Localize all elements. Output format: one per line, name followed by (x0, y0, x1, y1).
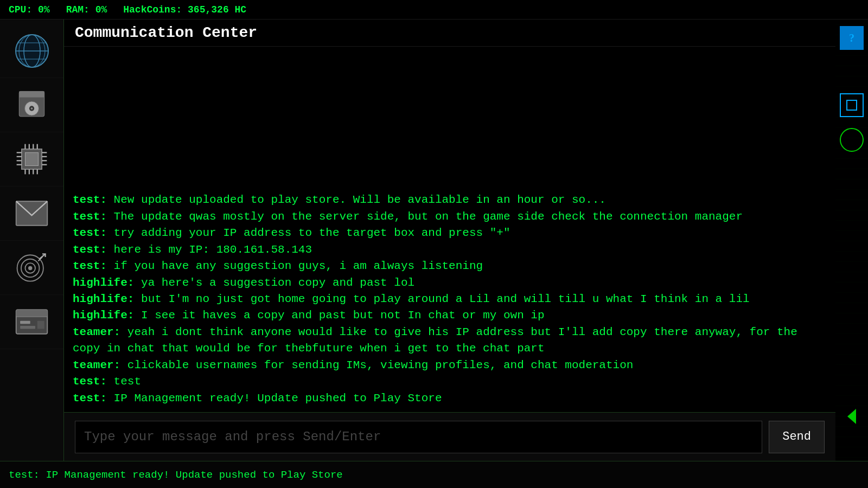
sidebar-item-ticket[interactable] (0, 295, 63, 349)
chat-username[interactable]: test: (73, 210, 107, 223)
send-button[interactable]: Send (769, 421, 825, 453)
chat-message-text: yeah i dont think anyone would like to g… (73, 326, 797, 355)
chat-username[interactable]: teamer: (73, 326, 120, 338)
ram-status: RAM: 0% (66, 4, 107, 15)
chat-line: test: New update uploaded to play store.… (73, 192, 827, 208)
chat-line: test: test (73, 374, 827, 390)
chat-username[interactable]: test: (73, 227, 107, 239)
message-input[interactable] (75, 421, 762, 453)
circle-button[interactable] (840, 128, 864, 152)
svg-marker-43 (847, 409, 856, 424)
bottom-status-text: test: IP Management ready! Update pushed… (9, 469, 343, 481)
sidebar-item-mail[interactable] (0, 187, 63, 241)
chat-line: test: IP Management ready! Update pushed… (73, 390, 827, 407)
chat-username[interactable]: highlife: (73, 293, 134, 305)
chat-message-text: but I'm no just got home going to play a… (134, 293, 749, 305)
sidebar-item-disk[interactable] (0, 78, 63, 132)
chat-message-text: try adding your IP address to the target… (107, 227, 510, 239)
svg-rect-38 (16, 310, 48, 317)
help-button[interactable]: ? (840, 26, 864, 50)
chat-line: test: The update qwas mostly on the serv… (73, 209, 827, 225)
svg-line-35 (39, 254, 45, 259)
chat-username[interactable]: highlife: (73, 277, 134, 289)
chat-line: teamer: clickable usernames for sending … (73, 357, 827, 374)
chat-line: highlife: I see it haves a copy and past… (73, 307, 827, 324)
chat-username[interactable]: test: (73, 194, 107, 206)
chat-username[interactable]: test: (73, 375, 107, 388)
chat-message-text: clickable usernames for sending IMs, vie… (120, 359, 633, 371)
svg-point-11 (31, 107, 33, 110)
chat-line: test: here is my IP: 180.161.58.143 (73, 242, 827, 258)
chat-username[interactable]: test: (73, 392, 107, 404)
chat-username[interactable]: highlife: (73, 309, 134, 322)
chat-messages: test: New update uploaded to play store.… (73, 192, 827, 407)
chat-message-text: New update uploaded to play store. Will … (107, 194, 606, 206)
svg-rect-40 (20, 321, 30, 324)
chat-line: test: if you have any suggestion guys, i… (73, 258, 827, 274)
chat-message-text: IP Management ready! Update pushed to Pl… (107, 392, 442, 404)
sidebar-item-target[interactable] (0, 241, 63, 295)
chat-username[interactable]: test: (73, 260, 107, 272)
chat-message-text: ya here's a suggestion copy and past lol (134, 277, 414, 289)
chat-message-text: The update qwas mostly on the server sid… (107, 210, 743, 223)
svg-rect-42 (37, 321, 44, 329)
chat-area: test: New update uploaded to play store.… (64, 47, 835, 412)
page-title: Communication Center (75, 24, 257, 41)
svg-rect-41 (20, 326, 35, 329)
chat-line: highlife: but I'm no just got home going… (73, 291, 827, 307)
chat-message-text: here is my IP: 180.161.58.143 (107, 243, 312, 256)
chat-username[interactable]: teamer: (73, 359, 120, 371)
main-area: Communication Center test: New update up… (64, 20, 835, 461)
bottom-bar: test: IP Management ready! Update pushed… (0, 461, 868, 488)
chat-message-text: I see it haves a copy and past but not I… (134, 309, 544, 322)
chat-username[interactable]: test: (73, 243, 107, 256)
title-bar: Communication Center (64, 20, 835, 47)
sidebar-item-globe[interactable] (0, 24, 63, 78)
square-button[interactable] (840, 93, 864, 117)
chat-message-text: test (107, 375, 141, 388)
svg-rect-13 (25, 152, 38, 165)
help-icon: ? (849, 32, 854, 44)
status-bar: CPU: 0% RAM: 0% HackCoins: 365,326 HC (0, 0, 868, 20)
input-area: Send (64, 412, 835, 461)
square-icon (846, 100, 857, 111)
back-button[interactable] (840, 404, 864, 428)
sidebar (0, 20, 64, 461)
chat-line: highlife: ya here's a suggestion copy an… (73, 275, 827, 291)
svg-rect-8 (19, 91, 44, 97)
sidebar-item-cpu[interactable] (0, 132, 63, 187)
cpu-status: CPU: 0% (9, 4, 50, 15)
right-controls: ? (835, 20, 868, 461)
chat-message-text: if you have any suggestion guys, i am al… (107, 260, 483, 272)
chat-line: test: try adding your IP address to the … (73, 225, 827, 241)
hackcoins-status: HackCoins: 365,326 HC (123, 4, 246, 15)
svg-point-6 (16, 35, 48, 67)
chat-line: teamer: yeah i dont think anyone would l… (73, 324, 827, 357)
svg-point-34 (28, 266, 32, 270)
